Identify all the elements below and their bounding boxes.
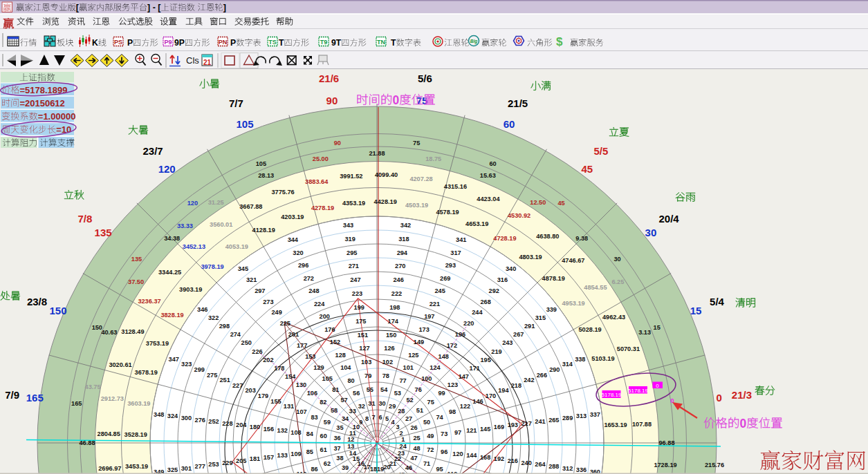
svg-text:90: 90 bbox=[334, 140, 341, 146]
svg-text:7: 7 bbox=[371, 414, 375, 421]
svg-text:39: 39 bbox=[342, 464, 349, 471]
svg-text:40.63: 40.63 bbox=[101, 329, 117, 336]
svg-text:90: 90 bbox=[326, 95, 338, 106]
svg-text:201: 201 bbox=[288, 331, 299, 338]
svg-text:12: 12 bbox=[347, 436, 354, 443]
svg-text:23/8: 23/8 bbox=[27, 296, 47, 307]
svg-text:7/8: 7/8 bbox=[77, 213, 92, 225]
svg-text:171: 171 bbox=[470, 365, 480, 372]
svg-text:325: 325 bbox=[167, 466, 178, 473]
svg-text:7/7: 7/7 bbox=[229, 97, 243, 109]
svg-text:179: 179 bbox=[258, 392, 268, 399]
svg-text:153: 153 bbox=[305, 353, 315, 360]
svg-text:29: 29 bbox=[389, 403, 396, 410]
svg-text:T: T bbox=[279, 38, 284, 48]
svg-text:86: 86 bbox=[311, 466, 317, 473]
svg-text:272: 272 bbox=[304, 275, 314, 282]
svg-text:30: 30 bbox=[645, 227, 657, 238]
svg-text:58: 58 bbox=[331, 407, 338, 414]
svg-text:4530.92: 4530.92 bbox=[508, 212, 530, 219]
svg-text:11: 11 bbox=[349, 430, 356, 437]
svg-text:241: 241 bbox=[535, 418, 545, 425]
svg-text:224: 224 bbox=[314, 301, 325, 307]
svg-text:222: 222 bbox=[391, 290, 402, 297]
svg-text:146: 146 bbox=[472, 398, 483, 405]
svg-text:247: 247 bbox=[350, 276, 360, 283]
svg-text:165: 165 bbox=[26, 392, 44, 404]
svg-text:79: 79 bbox=[364, 372, 371, 379]
svg-text:320: 320 bbox=[293, 249, 303, 256]
svg-text:4803.19: 4803.19 bbox=[519, 254, 542, 260]
svg-text:125: 125 bbox=[408, 352, 418, 359]
svg-text:5: 5 bbox=[385, 415, 389, 422]
svg-text:26: 26 bbox=[410, 424, 417, 431]
svg-text:38: 38 bbox=[336, 455, 343, 462]
svg-text:195: 195 bbox=[480, 357, 490, 363]
svg-text:99: 99 bbox=[438, 390, 445, 397]
svg-text:5028.19: 5028.19 bbox=[578, 326, 601, 333]
svg-text:347: 347 bbox=[169, 356, 179, 363]
svg-text:83: 83 bbox=[311, 414, 317, 421]
svg-text:324: 324 bbox=[167, 413, 178, 419]
svg-text:266: 266 bbox=[537, 372, 547, 379]
svg-text:318: 318 bbox=[398, 236, 409, 243]
svg-text:8: 8 bbox=[365, 415, 369, 422]
svg-text:298: 298 bbox=[219, 323, 230, 330]
svg-text:150: 150 bbox=[386, 332, 396, 339]
svg-text:46.88: 46.88 bbox=[80, 439, 95, 446]
svg-text:=1.00000: =1.00000 bbox=[38, 111, 76, 122]
svg-text:48: 48 bbox=[413, 445, 420, 452]
svg-text:339: 339 bbox=[546, 306, 557, 313]
svg-text:181: 181 bbox=[250, 455, 260, 462]
svg-text:25.00: 25.00 bbox=[313, 155, 329, 162]
svg-text:192: 192 bbox=[494, 455, 504, 462]
svg-text:105: 105 bbox=[256, 160, 266, 167]
svg-text:1: 1 bbox=[401, 436, 405, 443]
svg-text:177: 177 bbox=[297, 342, 307, 349]
svg-text:345: 345 bbox=[238, 265, 248, 272]
svg-text:168: 168 bbox=[480, 454, 490, 461]
svg-text:43.75: 43.75 bbox=[85, 383, 101, 390]
svg-text:293: 293 bbox=[445, 262, 456, 269]
svg-text:122: 122 bbox=[460, 403, 470, 410]
svg-text:3828.19: 3828.19 bbox=[160, 312, 183, 319]
svg-text:218: 218 bbox=[511, 382, 521, 389]
svg-text:227: 227 bbox=[232, 382, 243, 389]
svg-text:47: 47 bbox=[410, 455, 417, 462]
svg-text:5070.31: 5070.31 bbox=[617, 345, 640, 352]
svg-text:3667.88: 3667.88 bbox=[239, 203, 262, 210]
svg-text:32: 32 bbox=[358, 403, 365, 410]
svg-text:169: 169 bbox=[494, 424, 504, 430]
svg-text:49: 49 bbox=[427, 433, 434, 439]
svg-text:23/7: 23/7 bbox=[142, 145, 163, 157]
svg-text:72: 72 bbox=[427, 446, 434, 453]
svg-text:TS: TS bbox=[268, 39, 277, 46]
svg-text:9T: 9T bbox=[331, 38, 342, 48]
svg-text:274: 274 bbox=[230, 331, 241, 338]
svg-text:]: ] bbox=[223, 3, 226, 12]
svg-text:248: 248 bbox=[308, 287, 319, 294]
svg-text:3603.19: 3603.19 bbox=[127, 400, 150, 407]
svg-text:317: 317 bbox=[450, 249, 461, 256]
svg-text:25: 25 bbox=[413, 435, 420, 442]
svg-text:340: 340 bbox=[506, 265, 516, 272]
svg-text:120: 120 bbox=[452, 451, 463, 457]
svg-text:242: 242 bbox=[524, 377, 534, 383]
svg-text:61: 61 bbox=[320, 446, 327, 453]
svg-text:129: 129 bbox=[313, 364, 324, 371]
svg-text:197: 197 bbox=[424, 313, 434, 320]
svg-text:196: 196 bbox=[455, 331, 465, 338]
svg-text:K: K bbox=[92, 38, 98, 48]
svg-text:51: 51 bbox=[416, 407, 423, 414]
svg-text:24: 24 bbox=[400, 443, 407, 450]
svg-text:291: 291 bbox=[524, 323, 535, 330]
svg-text:18.75: 18.75 bbox=[425, 155, 441, 162]
svg-text:12.50: 12.50 bbox=[530, 199, 546, 206]
svg-text:126: 126 bbox=[384, 345, 394, 352]
svg-text:4203.19: 4203.19 bbox=[281, 214, 304, 220]
svg-text:165: 165 bbox=[71, 400, 82, 407]
svg-text:312: 312 bbox=[562, 465, 573, 472]
svg-text:84: 84 bbox=[306, 430, 314, 437]
svg-text:133: 133 bbox=[277, 452, 288, 459]
svg-text:21: 21 bbox=[203, 59, 212, 66]
